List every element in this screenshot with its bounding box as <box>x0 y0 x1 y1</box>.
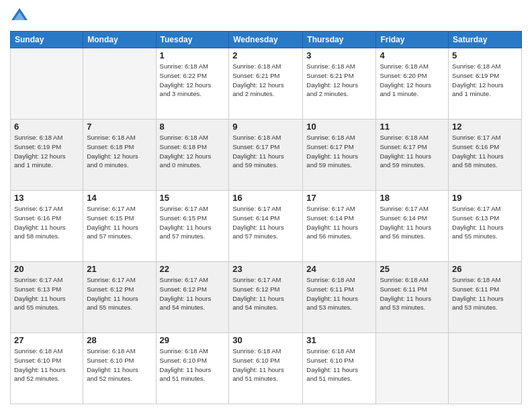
calendar-week-row: 1Sunrise: 6:18 AM Sunset: 6:22 PM Daylig… <box>11 48 522 120</box>
day-number: 14 <box>87 193 152 203</box>
weekday-header: Wednesday <box>229 32 303 48</box>
day-info: Sunrise: 6:18 AM Sunset: 6:17 PM Dayligh… <box>232 133 299 170</box>
calendar-week-row: 27Sunrise: 6:18 AM Sunset: 6:10 PM Dayli… <box>11 333 522 404</box>
calendar-cell <box>83 48 156 120</box>
day-number: 1 <box>160 50 226 60</box>
day-number: 20 <box>14 264 79 274</box>
calendar-cell: 4Sunrise: 6:18 AM Sunset: 6:20 PM Daylig… <box>376 48 449 120</box>
day-number: 7 <box>87 122 152 132</box>
calendar-week-row: 20Sunrise: 6:17 AM Sunset: 6:13 PM Dayli… <box>11 262 522 333</box>
day-info: Sunrise: 6:17 AM Sunset: 6:12 PM Dayligh… <box>160 275 226 312</box>
calendar-cell: 25Sunrise: 6:18 AM Sunset: 6:11 PM Dayli… <box>376 262 449 333</box>
calendar-cell: 16Sunrise: 6:17 AM Sunset: 6:14 PM Dayli… <box>229 191 303 262</box>
calendar-cell: 26Sunrise: 6:18 AM Sunset: 6:11 PM Dayli… <box>449 262 522 333</box>
day-info: Sunrise: 6:17 AM Sunset: 6:12 PM Dayligh… <box>87 275 152 312</box>
weekday-header: Sunday <box>11 32 83 48</box>
day-info: Sunrise: 6:18 AM Sunset: 6:20 PM Dayligh… <box>380 62 445 99</box>
calendar-cell: 7Sunrise: 6:18 AM Sunset: 6:18 PM Daylig… <box>83 120 156 191</box>
day-info: Sunrise: 6:18 AM Sunset: 6:11 PM Dayligh… <box>380 275 445 312</box>
calendar-cell: 13Sunrise: 6:17 AM Sunset: 6:16 PM Dayli… <box>11 191 83 262</box>
day-number: 23 <box>232 264 299 274</box>
day-number: 12 <box>452 122 518 132</box>
calendar-cell: 30Sunrise: 6:18 AM Sunset: 6:10 PM Dayli… <box>229 333 303 404</box>
calendar-cell: 14Sunrise: 6:17 AM Sunset: 6:15 PM Dayli… <box>83 191 156 262</box>
day-info: Sunrise: 6:18 AM Sunset: 6:21 PM Dayligh… <box>232 62 299 99</box>
calendar-cell: 19Sunrise: 6:17 AM Sunset: 6:13 PM Dayli… <box>449 191 522 262</box>
logo <box>10 7 32 26</box>
day-info: Sunrise: 6:18 AM Sunset: 6:10 PM Dayligh… <box>232 347 299 383</box>
day-number: 25 <box>380 264 445 274</box>
calendar-cell: 23Sunrise: 6:17 AM Sunset: 6:12 PM Dayli… <box>229 262 303 333</box>
calendar-cell: 20Sunrise: 6:17 AM Sunset: 6:13 PM Dayli… <box>11 262 83 333</box>
calendar-cell: 21Sunrise: 6:17 AM Sunset: 6:12 PM Dayli… <box>83 262 156 333</box>
day-info: Sunrise: 6:18 AM Sunset: 6:10 PM Dayligh… <box>306 347 372 383</box>
day-number: 30 <box>232 335 299 345</box>
calendar-cell: 22Sunrise: 6:17 AM Sunset: 6:12 PM Dayli… <box>156 262 229 333</box>
day-number: 8 <box>160 122 226 132</box>
day-number: 10 <box>306 122 372 132</box>
calendar-cell <box>449 333 522 404</box>
calendar-cell: 1Sunrise: 6:18 AM Sunset: 6:22 PM Daylig… <box>156 48 229 120</box>
calendar-cell: 5Sunrise: 6:18 AM Sunset: 6:19 PM Daylig… <box>449 48 522 120</box>
day-info: Sunrise: 6:17 AM Sunset: 6:13 PM Dayligh… <box>452 204 518 241</box>
day-number: 24 <box>306 264 372 274</box>
calendar-cell: 11Sunrise: 6:18 AM Sunset: 6:17 PM Dayli… <box>376 120 449 191</box>
calendar-cell: 9Sunrise: 6:18 AM Sunset: 6:17 PM Daylig… <box>229 120 303 191</box>
day-number: 26 <box>452 264 518 274</box>
day-info: Sunrise: 6:18 AM Sunset: 6:17 PM Dayligh… <box>380 133 445 170</box>
day-number: 29 <box>160 335 226 345</box>
day-number: 9 <box>232 122 299 132</box>
calendar-cell: 17Sunrise: 6:17 AM Sunset: 6:14 PM Dayli… <box>303 191 376 262</box>
day-info: Sunrise: 6:18 AM Sunset: 6:21 PM Dayligh… <box>306 62 372 99</box>
calendar: SundayMondayTuesdayWednesdayThursdayFrid… <box>10 31 522 404</box>
day-number: 28 <box>87 335 152 345</box>
day-info: Sunrise: 6:18 AM Sunset: 6:18 PM Dayligh… <box>87 133 152 170</box>
day-number: 27 <box>14 335 79 345</box>
day-number: 11 <box>380 122 445 132</box>
day-info: Sunrise: 6:17 AM Sunset: 6:13 PM Dayligh… <box>14 275 79 312</box>
day-info: Sunrise: 6:17 AM Sunset: 6:16 PM Dayligh… <box>14 204 79 241</box>
day-info: Sunrise: 6:17 AM Sunset: 6:15 PM Dayligh… <box>87 204 152 241</box>
day-number: 13 <box>14 193 79 203</box>
day-number: 2 <box>232 50 299 60</box>
day-number: 3 <box>306 50 372 60</box>
day-info: Sunrise: 6:18 AM Sunset: 6:22 PM Dayligh… <box>160 62 226 99</box>
calendar-cell: 15Sunrise: 6:17 AM Sunset: 6:15 PM Dayli… <box>156 191 229 262</box>
day-number: 16 <box>232 193 299 203</box>
day-info: Sunrise: 6:18 AM Sunset: 6:10 PM Dayligh… <box>87 347 152 383</box>
day-info: Sunrise: 6:17 AM Sunset: 6:14 PM Dayligh… <box>306 204 372 241</box>
day-info: Sunrise: 6:17 AM Sunset: 6:16 PM Dayligh… <box>452 133 518 170</box>
day-info: Sunrise: 6:18 AM Sunset: 6:10 PM Dayligh… <box>160 347 226 383</box>
calendar-week-row: 6Sunrise: 6:18 AM Sunset: 6:19 PM Daylig… <box>11 120 522 191</box>
calendar-cell <box>11 48 83 120</box>
header <box>10 7 522 26</box>
day-number: 5 <box>452 50 518 60</box>
day-info: Sunrise: 6:18 AM Sunset: 6:10 PM Dayligh… <box>14 347 79 383</box>
day-number: 6 <box>14 122 79 132</box>
day-number: 18 <box>380 193 445 203</box>
day-number: 31 <box>306 335 372 345</box>
day-info: Sunrise: 6:18 AM Sunset: 6:11 PM Dayligh… <box>306 275 372 312</box>
day-info: Sunrise: 6:18 AM Sunset: 6:19 PM Dayligh… <box>14 133 79 170</box>
calendar-cell: 2Sunrise: 6:18 AM Sunset: 6:21 PM Daylig… <box>229 48 303 120</box>
weekday-header: Friday <box>376 32 449 48</box>
day-number: 19 <box>452 193 518 203</box>
calendar-cell: 12Sunrise: 6:17 AM Sunset: 6:16 PM Dayli… <box>449 120 522 191</box>
calendar-cell: 10Sunrise: 6:18 AM Sunset: 6:17 PM Dayli… <box>303 120 376 191</box>
calendar-week-row: 13Sunrise: 6:17 AM Sunset: 6:16 PM Dayli… <box>11 191 522 262</box>
page: SundayMondayTuesdayWednesdayThursdayFrid… <box>0 0 532 411</box>
logo-icon <box>10 7 29 26</box>
weekday-header: Thursday <box>303 32 376 48</box>
calendar-cell: 31Sunrise: 6:18 AM Sunset: 6:10 PM Dayli… <box>303 333 376 404</box>
day-info: Sunrise: 6:17 AM Sunset: 6:12 PM Dayligh… <box>232 275 299 312</box>
calendar-cell: 27Sunrise: 6:18 AM Sunset: 6:10 PM Dayli… <box>11 333 83 404</box>
weekday-header-row: SundayMondayTuesdayWednesdayThursdayFrid… <box>11 32 522 48</box>
weekday-header: Monday <box>83 32 156 48</box>
day-number: 4 <box>380 50 445 60</box>
day-number: 17 <box>306 193 372 203</box>
day-number: 22 <box>160 264 226 274</box>
day-info: Sunrise: 6:17 AM Sunset: 6:15 PM Dayligh… <box>160 204 226 241</box>
calendar-cell: 28Sunrise: 6:18 AM Sunset: 6:10 PM Dayli… <box>83 333 156 404</box>
day-info: Sunrise: 6:18 AM Sunset: 6:19 PM Dayligh… <box>452 62 518 99</box>
day-number: 21 <box>87 264 152 274</box>
